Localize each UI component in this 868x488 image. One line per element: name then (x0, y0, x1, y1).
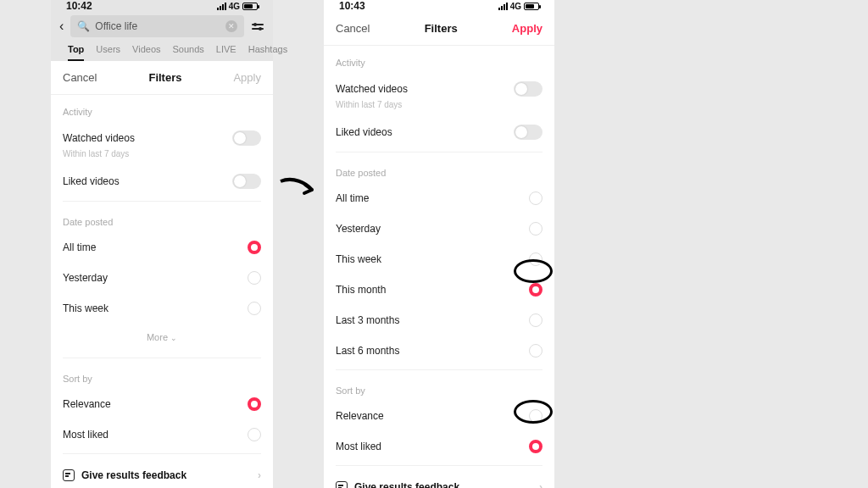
watched-sub: Within last 7 days (63, 149, 261, 165)
radio-selected[interactable] (248, 397, 261, 411)
phone-left: 10:42 4G ‹ 🔍 Office life ✕ Top Users Vid… (51, 0, 273, 488)
opt-label: Last 3 months (336, 314, 399, 326)
signal-icon (217, 3, 226, 10)
tab-users[interactable]: Users (96, 44, 120, 61)
filter-sliders-icon[interactable] (251, 24, 264, 30)
section-label-date: Date posted (336, 156, 542, 183)
search-tabs: Top Users Videos Sounds LIVE Hashtags (59, 37, 264, 61)
opt-label: Yesterday (63, 272, 108, 284)
tab-sounds[interactable]: Sounds (173, 44, 204, 61)
watched-label: Watched videos (63, 132, 135, 144)
opt-label: All time (63, 241, 96, 253)
radio[interactable] (248, 271, 261, 285)
status-right: 4G (498, 2, 539, 11)
battery-icon (242, 3, 258, 10)
apply-button[interactable]: Apply (233, 71, 261, 84)
watched-toggle[interactable] (232, 130, 261, 146)
row-sort-relevance[interactable]: Relevance (336, 401, 542, 431)
annotation-arrow (276, 175, 319, 200)
radio[interactable] (529, 313, 542, 327)
opt-label: Relevance (63, 398, 111, 410)
feedback-label: Give results feedback (81, 469, 186, 481)
opt-label: Relevance (336, 410, 384, 422)
opt-label: Last 6 months (336, 345, 399, 357)
tab-live[interactable]: LIVE (216, 44, 236, 61)
radio[interactable] (529, 344, 542, 358)
clock: 10:43 (339, 0, 365, 12)
apply-button[interactable]: Apply (512, 22, 542, 35)
liked-toggle[interactable] (232, 174, 261, 189)
section-label-sort: Sort by (63, 362, 261, 389)
filters-title: Filters (425, 22, 458, 35)
radio[interactable] (248, 428, 261, 441)
radio[interactable] (248, 302, 261, 315)
tab-top[interactable]: Top (68, 44, 84, 61)
status-bar: 10:42 4G (51, 0, 273, 12)
section-label-date: Date posted (63, 205, 261, 232)
feedback-icon (63, 469, 75, 481)
feedback-row[interactable]: Give results feedback › (63, 458, 261, 488)
section-label-sort: Sort by (336, 374, 542, 401)
row-date-yesterday[interactable]: Yesterday (336, 214, 542, 244)
cancel-button[interactable]: Cancel (63, 71, 97, 84)
opt-label: Yesterday (336, 223, 381, 235)
row-date-thisweek[interactable]: This week (336, 244, 542, 274)
radio[interactable] (529, 222, 542, 236)
opt-label: This week (336, 253, 381, 265)
chevron-right-icon: › (539, 481, 542, 488)
row-liked[interactable]: Liked videos (336, 116, 542, 148)
search-area: ‹ 🔍 Office life ✕ Top Users Videos Sound… (51, 12, 273, 61)
more-button[interactable]: More ⌄ (63, 324, 261, 354)
search-text: Office life (95, 20, 220, 32)
watched-toggle[interactable] (514, 81, 542, 97)
opt-label: Most liked (63, 429, 108, 441)
network-label: 4G (229, 2, 240, 11)
clock: 10:42 (66, 0, 92, 12)
radio[interactable] (529, 191, 542, 205)
network-label: 4G (510, 2, 521, 11)
feedback-row[interactable]: Give results feedback › (336, 469, 542, 488)
row-date-alltime[interactable]: All time (63, 232, 261, 263)
feedback-icon (336, 481, 348, 488)
radio[interactable] (529, 252, 542, 266)
row-date-thisweek[interactable]: This week (63, 293, 261, 324)
phone-right: 10:43 4G Cancel Filters Apply Activity W… (324, 0, 554, 488)
watched-sub: Within last 7 days (336, 100, 542, 116)
row-date-last3[interactable]: Last 3 months (336, 305, 542, 336)
opt-label: This month (336, 284, 386, 296)
search-input[interactable]: 🔍 Office life ✕ (70, 15, 244, 37)
tab-videos[interactable]: Videos (132, 44, 160, 61)
status-right: 4G (217, 2, 258, 11)
watched-label: Watched videos (336, 83, 408, 95)
feedback-label: Give results feedback (354, 481, 459, 488)
liked-label: Liked videos (336, 126, 392, 138)
radio-selected[interactable] (529, 440, 542, 453)
clear-icon[interactable]: ✕ (225, 20, 237, 32)
signal-icon (498, 3, 508, 10)
search-icon: 🔍 (77, 20, 90, 32)
cancel-button[interactable]: Cancel (336, 22, 370, 35)
filters-title: Filters (148, 71, 181, 84)
status-bar: 10:43 4G (324, 0, 554, 12)
opt-label: All time (336, 192, 369, 204)
filter-header: Cancel Filters Apply (51, 61, 273, 95)
row-sort-mostliked[interactable]: Most liked (63, 419, 261, 450)
radio[interactable] (529, 409, 542, 423)
filter-header: Cancel Filters Apply (324, 12, 554, 46)
row-date-yesterday[interactable]: Yesterday (63, 263, 261, 293)
liked-toggle[interactable] (514, 125, 542, 140)
row-date-thismonth[interactable]: This month (336, 274, 542, 305)
chevron-right-icon: › (258, 469, 261, 481)
row-liked[interactable]: Liked videos (63, 165, 261, 197)
row-date-last6[interactable]: Last 6 months (336, 336, 542, 366)
row-date-alltime[interactable]: All time (336, 183, 542, 214)
liked-label: Liked videos (63, 175, 120, 187)
row-sort-relevance[interactable]: Relevance (63, 389, 261, 419)
back-icon[interactable]: ‹ (59, 19, 64, 34)
tab-hashtags[interactable]: Hashtags (248, 44, 287, 61)
row-sort-mostliked[interactable]: Most liked (336, 431, 542, 462)
section-label-activity: Activity (63, 95, 261, 122)
opt-label: Most liked (336, 441, 381, 452)
radio-selected[interactable] (248, 241, 261, 254)
radio-selected[interactable] (529, 283, 542, 297)
